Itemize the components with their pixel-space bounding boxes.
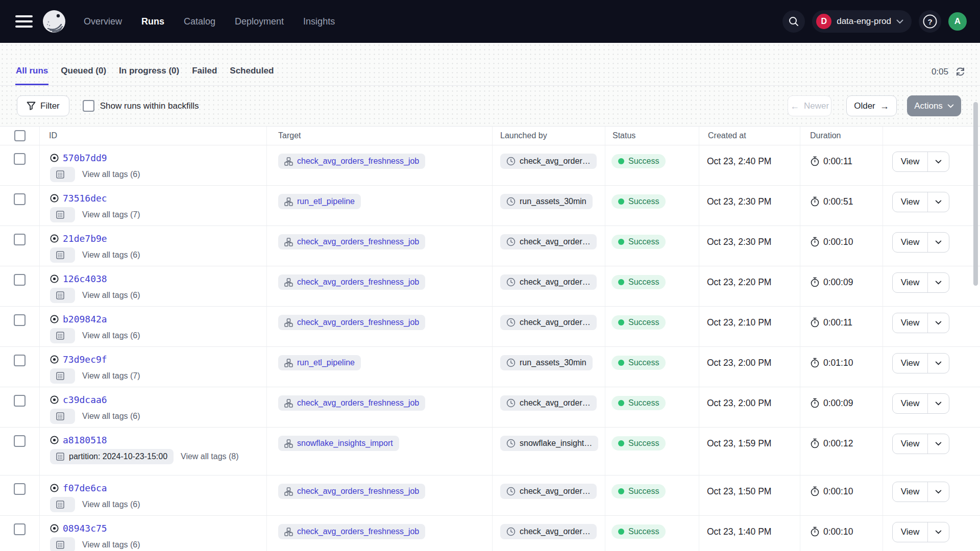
view-all-tags-link[interactable]: View all tags (6) [82, 540, 140, 549]
run-id-link[interactable]: 126c4038 [63, 273, 107, 284]
user-avatar[interactable]: A [948, 12, 967, 31]
view-dropdown-button[interactable] [928, 434, 949, 454]
view-dropdown-button[interactable] [928, 482, 949, 502]
nav-link-runs[interactable]: Runs [141, 16, 164, 27]
row-checkbox[interactable] [14, 523, 26, 535]
view-all-tags-link[interactable]: View all tags (6) [82, 412, 140, 421]
row-checkbox[interactable] [14, 435, 26, 447]
view-dropdown-button[interactable] [928, 354, 949, 373]
view-all-tags-link[interactable]: View all tags (6) [82, 500, 140, 509]
view-all-tags-link[interactable]: View all tags (7) [82, 210, 140, 219]
tab-queued-0[interactable]: Queued (0) [60, 66, 107, 85]
table-row: 570b7dd9 View all tags (6) [0, 145, 980, 186]
view-button[interactable]: View [893, 152, 928, 171]
launched-by-pill[interactable]: snowflake_insight… [500, 436, 598, 451]
launched-by-pill[interactable]: check_avg_order… [500, 524, 597, 539]
view-all-tags-link[interactable]: View all tags (6) [82, 170, 140, 179]
target-pill[interactable]: check_avg_orders_freshness_job [278, 234, 425, 249]
launched-by-pill[interactable]: run_assets_30min [500, 355, 593, 370]
run-id-link[interactable]: 08943c75 [63, 523, 107, 534]
target-pill[interactable]: check_avg_orders_freshness_job [278, 274, 425, 290]
run-id-link[interactable]: 73516dec [63, 193, 107, 204]
partition-tag[interactable]: partition: 2024-10-23-15:00 [69, 452, 167, 461]
help-button[interactable]: ? [919, 10, 941, 33]
view-button[interactable]: View [893, 482, 928, 502]
view-button[interactable]: View [893, 313, 928, 333]
tab-in-progress-0[interactable]: In progress (0) [118, 66, 180, 85]
tab-all-runs[interactable]: All runs [15, 66, 48, 85]
view-dropdown-button[interactable] [928, 192, 949, 212]
row-checkbox[interactable] [14, 395, 26, 407]
target-pill[interactable]: snowflake_insights_import [278, 436, 399, 451]
launched-by-pill[interactable]: check_avg_order… [500, 484, 597, 499]
launched-by-pill[interactable]: run_assets_30min [500, 194, 593, 209]
run-id-link[interactable]: 73d9ec9f [63, 354, 107, 365]
select-all-checkbox[interactable] [14, 130, 26, 141]
run-id-link[interactable]: 570b7dd9 [63, 153, 107, 163]
launched-by-pill[interactable]: check_avg_order… [500, 395, 597, 411]
dagster-logo-icon[interactable] [41, 8, 67, 35]
view-dropdown-button[interactable] [928, 394, 949, 413]
target-pill[interactable]: run_etl_pipeline [278, 194, 361, 209]
view-dropdown-button[interactable] [928, 273, 949, 292]
view-dropdown-button[interactable] [928, 233, 949, 252]
target-pill[interactable]: check_avg_orders_freshness_job [278, 524, 425, 539]
nav-link-catalog[interactable]: Catalog [184, 16, 215, 27]
view-button[interactable]: View [893, 522, 928, 542]
view-button[interactable]: View [893, 434, 928, 454]
view-all-tags-link[interactable]: View all tags (7) [82, 371, 140, 381]
view-button[interactable]: View [893, 394, 928, 413]
target-pill[interactable]: check_avg_orders_freshness_job [278, 395, 425, 411]
view-all-tags-link[interactable]: View all tags (6) [82, 251, 140, 260]
search-button[interactable] [782, 10, 805, 33]
refresh-icon[interactable] [955, 66, 966, 77]
run-id-link[interactable]: f07de6ca [63, 483, 107, 493]
nav-link-overview[interactable]: Overview [84, 16, 122, 27]
workspace-switcher[interactable]: D data-eng-prod [812, 10, 912, 33]
filter-button[interactable]: Filter [17, 95, 69, 116]
target-pill[interactable]: check_avg_orders_freshness_job [278, 315, 425, 330]
launched-by-pill[interactable]: check_avg_order… [500, 274, 597, 290]
row-checkbox[interactable] [14, 234, 26, 245]
row-checkbox[interactable] [14, 193, 26, 205]
target-pill[interactable]: run_etl_pipeline [278, 355, 361, 370]
stopwatch-icon [810, 196, 820, 207]
row-checkbox[interactable] [14, 314, 26, 326]
launched-by-pill[interactable]: check_avg_order… [500, 154, 597, 169]
row-checkbox[interactable] [14, 153, 26, 165]
actions-button[interactable]: Actions [907, 95, 961, 116]
view-button[interactable]: View [893, 233, 928, 252]
row-checkbox[interactable] [14, 355, 26, 366]
view-dropdown-button[interactable] [928, 522, 949, 542]
nav-link-deployment[interactable]: Deployment [235, 16, 284, 27]
tab-failed[interactable]: Failed [191, 66, 217, 85]
launched-by-pill[interactable]: check_avg_order… [500, 234, 597, 249]
run-id-link[interactable]: b209842a [63, 314, 107, 324]
target-pill[interactable]: check_avg_orders_freshness_job [278, 154, 425, 169]
vertical-scrollbar[interactable] [973, 102, 978, 286]
row-checkbox[interactable] [14, 483, 26, 495]
view-button[interactable]: View [893, 192, 928, 212]
chevron-down-icon [935, 200, 942, 204]
backfills-checkbox[interactable] [83, 100, 94, 112]
view-dropdown-button[interactable] [928, 313, 949, 333]
tab-scheduled[interactable]: Scheduled [229, 66, 274, 85]
target-pill[interactable]: check_avg_orders_freshness_job [278, 484, 425, 499]
newer-button[interactable]: ← Newer [788, 95, 831, 116]
view-button[interactable]: View [893, 273, 928, 292]
status-badge: Success [611, 275, 666, 289]
row-checkbox[interactable] [14, 274, 26, 286]
run-id-link[interactable]: a8180518 [63, 435, 107, 445]
older-button[interactable]: Older → [846, 95, 897, 116]
view-all-tags-link[interactable]: View all tags (6) [82, 331, 140, 340]
view-all-tags-link[interactable]: View all tags (6) [82, 291, 140, 300]
nav-link-insights[interactable]: Insights [303, 16, 335, 27]
menu-icon[interactable] [15, 15, 33, 28]
run-id-link[interactable]: 21de7b9e [63, 233, 107, 244]
view-button[interactable]: View [893, 354, 928, 373]
launched-by-pill[interactable]: check_avg_order… [500, 315, 597, 330]
view-all-tags-link[interactable]: View all tags (8) [181, 452, 239, 461]
run-id-link[interactable]: c39dcaa6 [63, 394, 107, 405]
view-dropdown-button[interactable] [928, 152, 949, 171]
duration-cell: 0:00:12 [800, 428, 883, 475]
